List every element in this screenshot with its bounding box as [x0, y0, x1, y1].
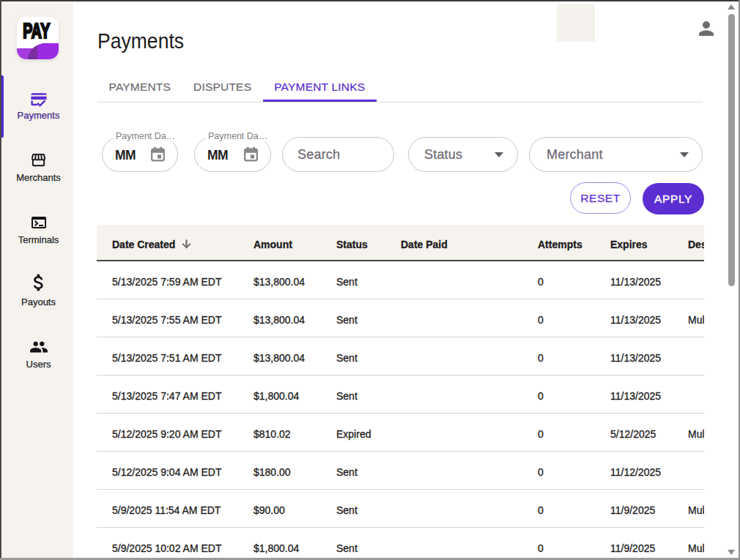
svg-text:PAY: PAY [23, 18, 50, 42]
